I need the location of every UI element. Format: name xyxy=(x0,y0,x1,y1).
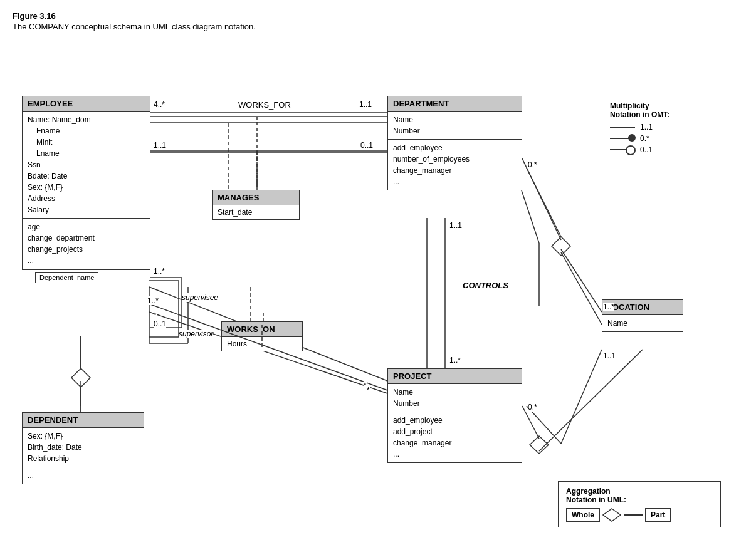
mult-works-on-proj: * xyxy=(364,381,367,390)
employee-class: EMPLOYEE Name: Name_dom Fname Minit Lnam… xyxy=(22,96,150,270)
proj-method-dots: ... xyxy=(393,449,517,460)
dependent-attributes: Sex: {M,F} Birth_date: Date Relationship xyxy=(23,428,144,467)
employee-method-dots: ... xyxy=(28,255,145,266)
works-on-attributes: Hours xyxy=(222,337,302,351)
controls-label: CONTROLS xyxy=(463,281,508,290)
notation-label-1: 1..1 xyxy=(640,123,653,132)
manages-class: MANAGES Start_date xyxy=(212,190,300,220)
mult-supervisor-num: 0..1 xyxy=(154,319,166,328)
role-supervisor: supervisor xyxy=(179,330,213,338)
notation-line-dot xyxy=(610,138,635,139)
svg-line-23 xyxy=(561,249,602,312)
department-class: DEPARTMENT Name Number add_employee numb… xyxy=(387,96,522,190)
svg-marker-28 xyxy=(603,509,621,521)
dept-attr-name: Name xyxy=(393,114,517,125)
department-header: DEPARTMENT xyxy=(388,96,522,112)
svg-line-39 xyxy=(561,252,602,325)
employee-attr-fname: Fname xyxy=(28,125,145,137)
dependent-header: DEPENDENT xyxy=(23,413,144,428)
project-class: PROJECT Name Number add_employee add_pro… xyxy=(387,368,522,463)
works-on-header: WORKS_ON xyxy=(222,322,302,337)
notation-title: Multiplicity Notation in OMT: xyxy=(610,101,719,119)
notation-row-2: 0.* xyxy=(610,134,719,143)
dept-method-change-mgr: change_manager xyxy=(393,165,517,176)
svg-line-38 xyxy=(522,158,561,240)
dependent-class: DEPENDENT Sex: {M,F} Birth_date: Date Re… xyxy=(22,412,144,484)
figure-caption: The COMPANY conceptual schema in UML cla… xyxy=(13,22,743,31)
svg-marker-40 xyxy=(552,237,570,256)
mult-dept-loc-top: 0.* xyxy=(528,160,537,169)
location-header: LOCATION xyxy=(602,300,683,315)
aggregation-part: Part xyxy=(645,508,671,522)
dependent-name-qualifier: Dependent_name xyxy=(35,272,98,283)
aggregation-row: Whole Part xyxy=(566,508,713,522)
mult-manages-dep: 0..1 xyxy=(360,141,373,150)
manages-header: MANAGES xyxy=(213,190,299,205)
mult-supervises-top: 1..* xyxy=(154,267,165,276)
notation-line-plain xyxy=(610,127,635,128)
employee-attributes: Name: Name_dom Fname Minit Lname Ssn Bda… xyxy=(23,112,150,219)
dep-attr-sex: Sex: {M,F} xyxy=(28,430,139,442)
notation-label-3: 0..1 xyxy=(640,145,653,154)
dep-attr-birthdate: Birth_date: Date xyxy=(28,442,139,453)
proj-attr-name: Name xyxy=(393,387,517,398)
project-attributes: Name Number xyxy=(388,384,522,412)
svg-line-24 xyxy=(527,406,561,444)
employee-method-change-proj: change_projects xyxy=(28,244,145,255)
department-methods: add_employee number_of_employees change_… xyxy=(388,140,522,190)
mult-proj-loc: 0.* xyxy=(528,403,537,412)
mult-controls-proj: 1..* xyxy=(449,356,461,365)
aggregation-title: Aggregation Notation in UML: xyxy=(566,487,713,504)
employee-attr-address: Address xyxy=(28,193,145,204)
svg-marker-45 xyxy=(71,368,90,387)
location-attributes: Name xyxy=(602,315,683,331)
project-header: PROJECT xyxy=(388,369,522,384)
employee-attr-lname: Lname xyxy=(28,148,145,159)
aggregation-whole: Whole xyxy=(566,508,600,522)
employee-method-age: age xyxy=(28,221,145,232)
figure-title: Figure 3.16 xyxy=(13,11,743,21)
dept-method-add-emp: add_employee xyxy=(393,142,517,153)
aggregation-notation-box: Aggregation Notation in UML: Whole Part xyxy=(558,481,721,527)
proj-method-add-proj: add_project xyxy=(393,426,517,437)
department-attributes: Name Number xyxy=(388,112,522,140)
proj-method-change-mgr: change_manager xyxy=(393,437,517,449)
role-supervisee: supervisee xyxy=(182,293,218,302)
employee-attr-minit: Minit xyxy=(28,137,145,148)
mult-works-for-dep: 1..1 xyxy=(359,100,372,109)
svg-line-22 xyxy=(527,168,561,237)
svg-line-42 xyxy=(539,350,643,451)
notation-label-2: 0.* xyxy=(640,134,649,143)
mult-works-on-emp2: 1..* xyxy=(147,296,159,305)
svg-marker-43 xyxy=(530,436,549,454)
dept-method-dots: ... xyxy=(393,176,517,187)
loc-attr-name: Name xyxy=(607,318,678,329)
project-methods: add_employee add_project change_manager … xyxy=(388,412,522,462)
dept-method-num-emp: number_of_employees xyxy=(393,153,517,165)
svg-line-25 xyxy=(561,350,602,444)
dept-attr-number: Number xyxy=(393,125,517,137)
mult-controls-dept: 1..1 xyxy=(449,221,462,230)
works-on-attr-hours: Hours xyxy=(227,340,297,348)
multiplicity-notation-box: Multiplicity Notation in OMT: 1..1 0.* 0… xyxy=(602,96,727,162)
dep-method-dots: ... xyxy=(28,470,139,481)
proj-method-add-emp: add_employee xyxy=(393,415,517,426)
employee-method-change-dept: change_department xyxy=(28,232,145,244)
mult-works-on-proj2: * xyxy=(367,386,370,395)
works-for-label: WORKS_FOR xyxy=(238,100,291,110)
employee-attr-salary: Salary xyxy=(28,204,145,215)
aggregation-connector-line xyxy=(624,514,643,516)
notation-row-3: 0..1 xyxy=(610,145,719,154)
manages-attributes: Start_date xyxy=(213,205,299,219)
employee-attr-bdate: Bdate: Date xyxy=(28,170,145,182)
mult-supervises-star: * xyxy=(154,311,157,319)
mult-manages-emp: 1..1 xyxy=(154,141,166,150)
dep-attr-relationship: Relationship xyxy=(28,453,139,464)
mult-loc-bottom: 1..1 xyxy=(603,351,616,360)
dependent-methods: ... xyxy=(23,467,144,484)
diagram-area: EMPLOYEE Name: Name_dom Fname Minit Lnam… xyxy=(13,43,743,519)
employee-attr-name: Name: Name_dom xyxy=(28,114,145,125)
works-on-class: WORKS_ON Hours xyxy=(221,321,303,351)
notation-line-circle xyxy=(610,149,635,150)
aggregation-diamond-icon xyxy=(602,508,621,522)
